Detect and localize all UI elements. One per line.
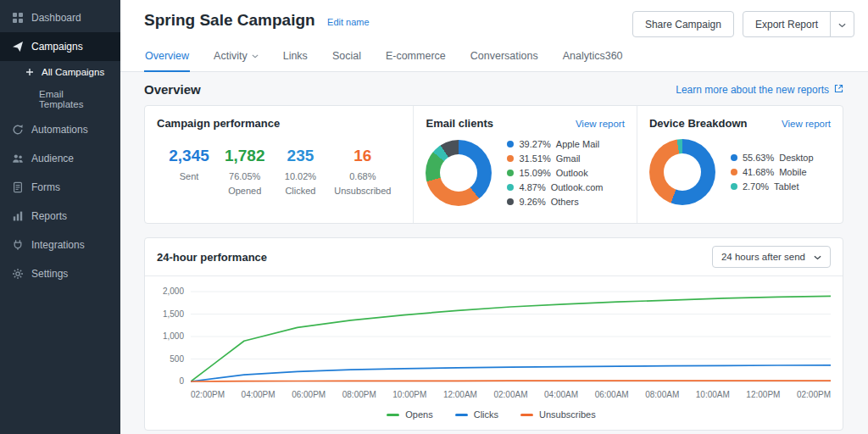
legend-item: 2.70%Tablet (731, 181, 814, 192)
sidebar-item-automations[interactable]: Automations (0, 115, 120, 144)
tab-overview[interactable]: Overview (144, 42, 190, 72)
legend-dot (731, 154, 737, 161)
sidebar-item-reports[interactable]: Reports (0, 202, 120, 231)
sidebar-item-email-templates[interactable]: Email Templates (0, 83, 120, 115)
legend-percent: 15.09% (519, 168, 550, 178)
plot-row: 2,0001,5001,0005000 (152, 287, 831, 387)
gear-icon (12, 268, 24, 280)
sidebar-item-label: All Campaigns (42, 67, 104, 77)
card-head: Device Breakdown View report (649, 117, 831, 130)
donut-row: 39.27%Apple Mail 31.51%Gmail 15.09%Outlo… (426, 139, 624, 207)
legend-item-opens: Opens (387, 409, 432, 420)
tab-conversations[interactable]: Conversations (470, 42, 539, 72)
time-range-dropdown[interactable]: 24 hours after send (712, 246, 831, 268)
y-axis-label: 1,500 (152, 309, 184, 320)
sidebar-item-audience[interactable]: Audience (0, 144, 120, 173)
stat-value: 2,345 (167, 147, 211, 165)
legend-swatch (455, 414, 468, 416)
card-title: Email clients (426, 117, 492, 130)
legend-percent: 55.63% (743, 153, 774, 163)
stat-label: Opened (223, 186, 267, 196)
share-campaign-button[interactable]: Share Campaign (632, 11, 734, 37)
legend-dot (507, 198, 514, 205)
legend-item: 55.63%Desktop (731, 153, 814, 163)
donut-hole (440, 154, 477, 192)
campaign-performance-card: Campaign performance 2,345 Sent 1,782 76… (145, 106, 413, 223)
tab-activity[interactable]: Activity (213, 42, 259, 72)
x-axis-label: 08:00PM (342, 390, 376, 399)
legend-item-clicks: Clicks (455, 409, 498, 420)
sidebar-item-label: Audience (31, 153, 74, 164)
chart-card-head: 24-hour performance 24 hours after send (145, 238, 843, 276)
export-report-dropdown-button[interactable] (830, 11, 854, 37)
legend-dot (731, 169, 737, 175)
tab-label: Activity (214, 50, 248, 62)
email-clients-legend: 39.27%Apple Mail 31.51%Gmail 15.09%Outlo… (507, 139, 603, 207)
x-axis-label: 04:00AM (544, 390, 578, 399)
tab-analytics360[interactable]: Analytics360 (562, 42, 624, 72)
dashboard-icon (12, 12, 24, 24)
stat-percent: 10.02% (278, 171, 322, 181)
edit-name-link[interactable]: Edit name (327, 17, 370, 27)
legend-label: Outlook (556, 168, 588, 178)
tab-label: Social (332, 50, 361, 62)
sidebar-item-forms[interactable]: Forms (0, 173, 120, 202)
legend-item-unsubscribes: Unsubscribes (520, 409, 596, 420)
x-axis-label: 02:00PM (797, 390, 831, 399)
tab-links[interactable]: Links (282, 42, 309, 72)
legend-label: Unsubscribes (539, 409, 596, 420)
sidebar-item-dashboard[interactable]: Dashboard (0, 3, 120, 32)
card-title: Device Breakdown (649, 117, 748, 130)
learn-more-link[interactable]: Learn more about the new reports (676, 84, 843, 96)
legend-label: Apple Mail (556, 139, 599, 149)
card-title: 24-hour performance (157, 251, 267, 264)
tab-social[interactable]: Social (331, 42, 362, 72)
view-report-link[interactable]: View report (782, 119, 831, 129)
legend-item: 4.87%Outlook.com (507, 182, 603, 192)
card-head: Email clients View report (426, 117, 624, 130)
stats-row: 2,345 Sent 1,782 76.05% Opened 235 10.02… (157, 147, 401, 196)
x-axis-label: 02:00PM (191, 390, 225, 399)
tab-ecommerce[interactable]: E-commerce (385, 42, 447, 72)
report-tabs: Overview Activity Links Social E-commerc… (120, 37, 868, 72)
legend-percent: 39.27% (519, 139, 550, 149)
main-area: Spring Sale Campaign Edit name Share Cam… (120, 0, 868, 434)
x-axis-label: 10:00AM (696, 390, 730, 399)
view-report-link[interactable]: View report (576, 119, 625, 129)
stat-clicked: 235 10.02% Clicked (278, 147, 322, 196)
donut-hole (664, 153, 701, 191)
axis-spacer (152, 390, 184, 399)
learn-more-label: Learn more about the new reports (676, 84, 829, 96)
x-axis-row: 02:00PM04:00PM06:00PM08:00PM10:00PM12:00… (152, 390, 831, 399)
legend-label: Others (551, 197, 579, 207)
campaigns-icon (12, 41, 24, 53)
x-axis: 02:00PM04:00PM06:00PM08:00PM10:00PM12:00… (191, 390, 831, 399)
legend-percent: 41.68% (743, 167, 774, 177)
x-axis-label: 12:00PM (746, 390, 780, 399)
y-axis-label: 2,000 (152, 287, 184, 297)
sidebar-item-label: Email Templates (39, 89, 108, 109)
export-report-split-button: Export Report (743, 11, 854, 37)
legend-dot (507, 170, 514, 176)
tab-label: E-commerce (386, 50, 446, 62)
sidebar-item-campaigns[interactable]: Campaigns (0, 32, 120, 61)
chart-legend: Opens Clicks Unsubscribes (152, 399, 831, 426)
legend-label: Desktop (779, 153, 813, 163)
section-bar: Overview Learn more about the new report… (144, 72, 843, 105)
app-window: Dashboard Campaigns All Campaigns Email … (0, 0, 868, 434)
section-title: Overview (144, 82, 201, 97)
title-group: Spring Sale Campaign Edit name (144, 11, 370, 30)
sidebar-item-label: Campaigns (31, 41, 83, 53)
y-axis-label: 500 (152, 354, 184, 364)
sidebar-item-settings[interactable]: Settings (0, 259, 120, 288)
x-axis-label: 04:00PM (242, 390, 275, 399)
sidebar-item-integrations[interactable]: Integrations (0, 231, 120, 259)
sidebar-item-all-campaigns[interactable]: All Campaigns (0, 61, 120, 83)
time-range-value: 24 hours after send (721, 252, 805, 262)
sidebar-item-label: Settings (31, 268, 68, 280)
export-report-button[interactable]: Export Report (743, 11, 831, 37)
y-axis: 2,0001,5001,0005000 (152, 287, 184, 387)
y-axis-label: 0 (152, 376, 184, 387)
legend-label: Outlook.com (551, 182, 604, 192)
sidebar-item-label: Integrations (31, 239, 85, 251)
